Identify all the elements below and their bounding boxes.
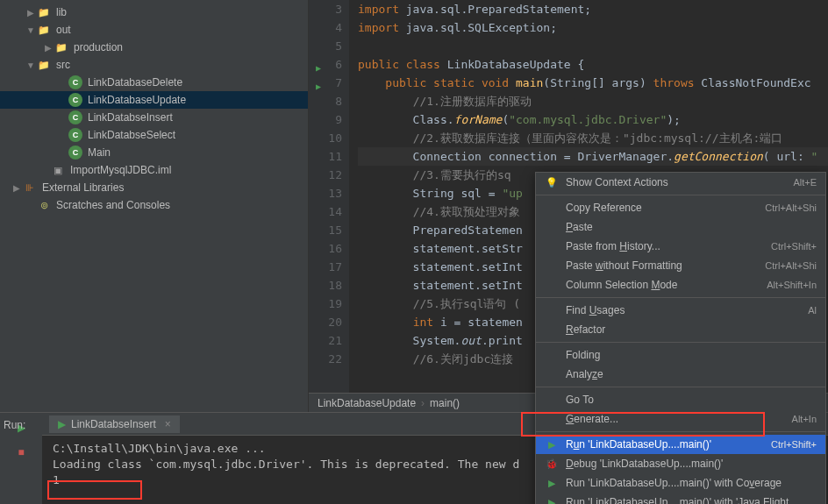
tree-item[interactable]: 📁lib [0,4,308,21]
tree-item-label: src [56,59,70,71]
tree-item[interactable]: CLinkDatabseInsert [0,109,308,126]
gutter-line[interactable]: 22 [309,350,342,368]
gutter-line[interactable]: 12 [309,166,342,184]
tree-item-label: LinkDatabaseUpdate [88,94,186,106]
gutter-line[interactable]: 5 [309,37,342,55]
menu-item-label: Paste without Formatting [566,259,758,272]
menu-separator [536,297,825,298]
gutter-line[interactable]: 21 [309,331,342,350]
tree-item[interactable]: CLinkDatabaseDelete [0,74,308,91]
library-icon: ⊪ [23,181,37,195]
tree-expand-icon[interactable] [25,60,37,70]
tree-item[interactable]: ⊪External Libraries [0,179,308,196]
context-menu-item[interactable]: Paste from History...Ctrl+Shift+ [536,237,825,256]
code-line[interactable]: //2.获取数据库连接（里面内容依次是："jdbc:mysql://主机名:端口 [358,129,828,147]
gutter-line[interactable]: 7▶ [309,74,342,92]
context-menu-item[interactable]: Go To [536,390,825,409]
editor-gutter[interactable]: 3456▶7▶8910111213141516171819202122 [309,0,349,393]
menu-item-label: Column Selection Mode [566,279,760,291]
menu-item-label: Debug 'LinkDatabaseUp....main()' [566,458,810,470]
tree-item[interactable]: CLinkDatabaseUpdate [0,91,308,109]
gutter-line[interactable]: 3 [309,0,342,18]
close-icon[interactable]: × [165,418,171,430]
tree-expand-icon[interactable] [42,43,54,53]
tree-item[interactable]: ⊚Scratches and Consoles [0,196,308,214]
context-menu-item[interactable]: Copy ReferenceCtrl+Alt+Shi [536,198,825,217]
menu-item-label: Copy Reference [566,202,758,214]
tree-item[interactable]: ▣ImportMysqlJDBC.iml [0,161,308,179]
gutter-line[interactable]: 18 [309,276,342,295]
gutter-line[interactable]: 16 [309,239,342,258]
gutter-line[interactable]: 6▶ [309,55,342,74]
class-icon: C [68,146,82,160]
context-menu-item[interactable]: ▶Run 'LinkDatabaseUp....main()'Ctrl+Shif… [536,435,825,454]
context-menu-item[interactable]: 🐞Debug 'LinkDatabaseUp....main()' [536,454,825,473]
code-line[interactable]: Class.forName("com.mysql.jdbc.Driver"); [358,110,828,129]
code-line[interactable]: //1.注册数据库的驱动 [358,92,828,110]
breadcrumb-class[interactable]: LinkDatabaseUpdate [318,397,416,409]
tree-item[interactable]: 📁out [0,21,308,39]
play-jfr-icon: ▶ [545,497,559,505]
run-tab-label: LinkDatabseInsert [71,418,156,430]
class-icon: C [68,110,82,124]
context-menu-item[interactable]: Paste without FormattingCtrl+Alt+Shi [536,256,825,275]
class-icon: C [68,128,82,142]
tree-item[interactable]: CLinkDatabseSelect [0,126,308,144]
tree-expand-icon[interactable] [25,25,37,35]
context-menu-item[interactable]: Refactor [536,320,825,339]
code-line[interactable]: import java.sql.SQLException; [358,18,828,37]
menu-separator [536,195,825,195]
context-menu-item[interactable]: Column Selection ModeAlt+Shift+In [536,275,825,295]
gutter-line[interactable]: 8 [309,92,342,110]
gutter-line[interactable]: 4 [309,18,342,37]
breadcrumb-method[interactable]: main() [430,397,460,409]
play-icon: ▶ [545,439,559,451]
gutter-line[interactable]: 17 [309,258,342,276]
gutter-line[interactable]: 19 [309,295,342,313]
context-menu-item[interactable]: 💡Show Context ActionsAlt+E [536,173,825,192]
tree-item[interactable]: CMain [0,144,308,161]
tree-item[interactable]: 📁src [0,56,308,74]
gutter-line[interactable]: 14 [309,202,342,221]
context-menu-item[interactable]: Analyze [536,365,825,384]
editor-context-menu[interactable]: 💡Show Context ActionsAlt+ECopy Reference… [535,172,826,504]
gutter-line[interactable]: 20 [309,313,342,331]
tree-item-label: out [56,24,71,36]
tree-expand-icon[interactable] [25,8,37,18]
gutter-line[interactable]: 15 [309,221,342,239]
run-tab[interactable]: ▶ LinkDatabseInsert × [49,415,180,433]
context-menu-item[interactable]: ▶Run 'LinkDatabaseUp....main()' with Cov… [536,473,825,493]
menu-item-shortcut: Ctrl+Alt+Shi [765,202,817,213]
menu-item-shortcut: Al [808,305,817,316]
menu-item-shortcut: Ctrl+Shift+ [771,439,817,450]
menu-separator [536,431,825,432]
gutter-line[interactable]: 11 [309,147,342,166]
bulb-icon: 💡 [545,177,559,188]
gutter-line[interactable]: 10 [309,129,342,147]
gutter-line[interactable]: 13 [309,184,342,202]
context-menu-item[interactable]: Paste [536,217,825,237]
menu-item-label: Refactor [566,323,810,336]
context-menu-item[interactable]: Generate...Alt+In [536,409,825,429]
code-line[interactable]: Connection connection = DriverManager.ge… [358,147,828,166]
play-icon: ▶ [58,418,66,430]
tree-item-label: ImportMysqlJDBC.iml [70,164,171,176]
context-menu-item[interactable]: ▶Run 'LinkDatabaseUp....main()' with 'Ja… [536,493,825,504]
context-menu-item[interactable]: Folding [536,345,825,365]
tree-item-label: External Libraries [42,181,124,194]
tree-expand-icon[interactable] [11,183,23,193]
code-line[interactable]: public class LinkDatabaseUpdate { [358,55,828,74]
code-line[interactable]: public static void main(String[] args) t… [358,74,828,92]
menu-separator [536,387,825,387]
code-line[interactable] [358,37,828,55]
gutter-line[interactable]: 9 [309,110,342,129]
scratches-icon: ⊚ [37,198,51,212]
run-stop-button[interactable]: ■ [11,443,31,462]
tree-item-label: Scratches and Consoles [56,199,170,211]
code-line[interactable]: import java.sql.PreparedStatement; [358,0,828,18]
project-tree[interactable]: 📁lib📁out📁production📁srcCLinkDatabaseDele… [0,0,309,412]
run-label: Run: [4,419,25,431]
tree-item-label: Main [88,146,111,159]
context-menu-item[interactable]: Find UsagesAl [536,301,825,320]
tree-item[interactable]: 📁production [0,39,308,56]
